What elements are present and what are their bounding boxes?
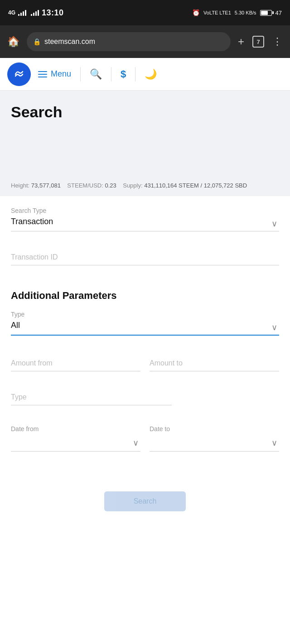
signal-bars-2 <box>31 10 39 16</box>
bottom-btn-area: Search <box>0 481 290 522</box>
transaction-id-input[interactable] <box>11 250 279 265</box>
amount-to-group <box>150 356 279 371</box>
date-to-select[interactable]: ∨ <box>150 435 279 452</box>
search-type-chevron: ∨ <box>271 219 277 229</box>
hamburger-icon <box>38 71 47 77</box>
type-select-label: Type <box>11 311 279 318</box>
battery-level: 47 <box>276 10 282 16</box>
spacer-3 <box>11 346 279 356</box>
battery-fill <box>261 11 268 15</box>
page-title: Search <box>11 103 279 121</box>
search-type-select[interactable]: Transaction ∨ <box>11 217 279 231</box>
search-type-group: Search Type Transaction ∨ <box>11 207 279 231</box>
volte-label: VoLTE LTE1 <box>203 10 231 15</box>
battery-icon <box>260 10 272 16</box>
type-input-group <box>11 389 279 405</box>
search-button[interactable]: Search <box>104 491 186 511</box>
spacer-6 <box>11 462 279 481</box>
type-input[interactable] <box>11 389 172 405</box>
search-button-label: Search <box>134 497 157 505</box>
date-row: Date from ∨ Date to ∨ <box>11 425 279 462</box>
date-to-chevron: ∨ <box>271 438 277 448</box>
steem-logo-svg <box>12 67 26 82</box>
stats-section: Height: 73,577,081 STEEM/USD: 0.23 Suppl… <box>0 181 290 196</box>
status-right: ⏰ VoLTE LTE1 5.30 KB/s 47 <box>192 9 282 16</box>
supply-value: 431,110,164 STEEM / 12,075,722 SBD <box>144 182 247 189</box>
date-to-label: Date to <box>150 425 279 433</box>
steem-usd-label: STEEM/USD: <box>67 182 103 189</box>
moon-icon[interactable]: 🌙 <box>145 68 157 80</box>
type-select-value: All <box>11 321 20 330</box>
svg-point-0 <box>12 67 26 82</box>
form-section: Search Type Transaction ∨ Additional Par… <box>0 196 290 481</box>
status-time: 13:10 <box>42 8 64 18</box>
menu-label: Menu <box>51 69 71 79</box>
dollar-icon[interactable]: $ <box>121 68 126 80</box>
amount-from-input[interactable] <box>11 356 140 371</box>
date-from-chevron: ∨ <box>133 438 139 448</box>
nav-divider-3 <box>135 67 135 82</box>
browser-actions: + 7 ⋮ <box>238 35 283 48</box>
site-logo[interactable] <box>7 62 31 86</box>
status-left: 4G 13:10 <box>8 8 64 18</box>
height-label: Height: <box>11 182 29 189</box>
tab-count-button[interactable]: 7 <box>252 36 264 48</box>
spacer-4 <box>11 382 279 389</box>
network-type-label: 4G <box>8 10 15 16</box>
url-bar[interactable]: 🔒 steemscan.com <box>27 32 231 51</box>
nav-divider-2 <box>111 67 111 82</box>
status-bar: 4G 13:10 ⏰ VoLTE LTE1 5.30 KB/s 47 <box>0 0 290 25</box>
height-value: 73,577,081 <box>31 182 61 189</box>
page-header: Search <box>0 91 290 181</box>
url-text: steemscan.com <box>44 38 95 46</box>
additional-params-section: Additional Parameters Type All ∨ <box>11 290 279 336</box>
search-type-label: Search Type <box>11 207 279 214</box>
amount-from-group <box>11 356 140 371</box>
menu-button[interactable]: Menu <box>38 69 71 79</box>
amount-to-input[interactable] <box>150 356 279 371</box>
type-chevron: ∨ <box>271 322 277 332</box>
signal-bars <box>18 10 26 16</box>
additional-params-title: Additional Parameters <box>11 290 279 302</box>
spacer-1 <box>11 242 279 250</box>
nav-divider-1 <box>80 67 81 82</box>
search-type-value: Transaction <box>11 217 53 226</box>
search-icon[interactable]: 🔍 <box>90 68 102 80</box>
nav-bar: Menu 🔍 $ 🌙 <box>0 58 290 91</box>
lock-icon: 🔒 <box>33 38 41 45</box>
speed-label: 5.30 KB/s <box>235 10 256 15</box>
steem-usd-value: 0.23 <box>105 182 116 189</box>
add-tab-button[interactable]: + <box>238 35 244 48</box>
spacer-5 <box>11 416 279 425</box>
supply-label: Supply: <box>123 182 142 189</box>
home-button[interactable]: 🏠 <box>7 36 19 48</box>
browser-bar: 🏠 🔒 steemscan.com + 7 ⋮ <box>0 25 290 58</box>
date-to-group: Date to ∨ <box>150 425 279 452</box>
date-from-select[interactable]: ∨ <box>11 435 140 452</box>
type-select[interactable]: All ∨ <box>11 321 279 336</box>
date-from-label: Date from <box>11 425 140 433</box>
amount-row <box>11 356 279 382</box>
transaction-id-group <box>11 250 279 265</box>
date-from-group: Date from ∨ <box>11 425 140 452</box>
spacer-2 <box>11 276 279 290</box>
more-menu-button[interactable]: ⋮ <box>272 36 283 48</box>
alarm-icon: ⏰ <box>192 9 200 16</box>
